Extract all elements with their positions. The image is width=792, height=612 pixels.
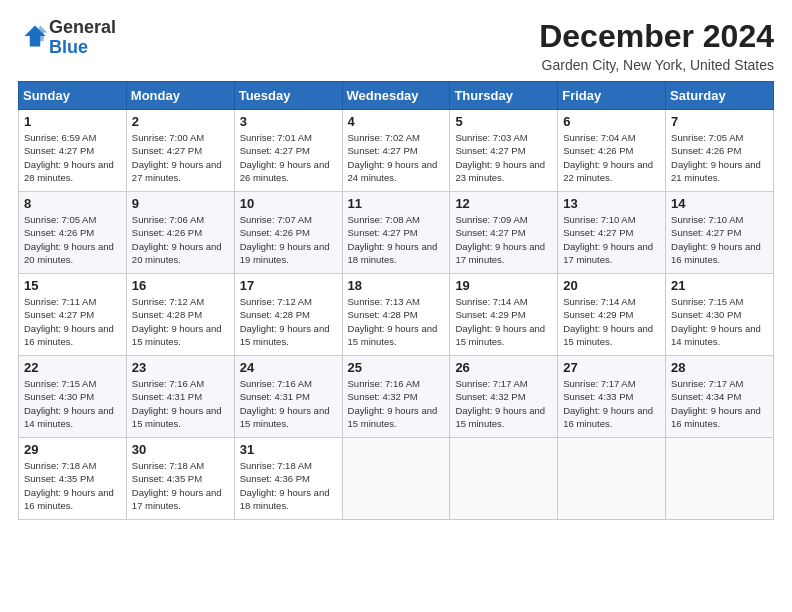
calendar-cell: 2Sunrise: 7:00 AMSunset: 4:27 PMDaylight… — [126, 110, 234, 192]
day-number: 16 — [132, 278, 229, 293]
calendar-cell: 18Sunrise: 7:13 AMSunset: 4:28 PMDayligh… — [342, 274, 450, 356]
calendar-cell: 10Sunrise: 7:07 AMSunset: 4:26 PMDayligh… — [234, 192, 342, 274]
day-number: 11 — [348, 196, 445, 211]
calendar-week-5: 29Sunrise: 7:18 AMSunset: 4:35 PMDayligh… — [19, 438, 774, 520]
calendar-cell — [666, 438, 774, 520]
calendar-week-1: 1Sunrise: 6:59 AMSunset: 4:27 PMDaylight… — [19, 110, 774, 192]
day-info: Sunrise: 7:18 AMSunset: 4:36 PMDaylight:… — [240, 459, 337, 512]
calendar-cell: 13Sunrise: 7:10 AMSunset: 4:27 PMDayligh… — [558, 192, 666, 274]
day-number: 12 — [455, 196, 552, 211]
weekday-header-tuesday: Tuesday — [234, 82, 342, 110]
calendar-cell: 27Sunrise: 7:17 AMSunset: 4:33 PMDayligh… — [558, 356, 666, 438]
calendar-cell — [450, 438, 558, 520]
day-number: 29 — [24, 442, 121, 457]
calendar-cell: 8Sunrise: 7:05 AMSunset: 4:26 PMDaylight… — [19, 192, 127, 274]
day-number: 25 — [348, 360, 445, 375]
logo: General Blue — [18, 18, 116, 58]
day-info: Sunrise: 7:14 AMSunset: 4:29 PMDaylight:… — [563, 295, 660, 348]
day-number: 30 — [132, 442, 229, 457]
day-info: Sunrise: 7:05 AMSunset: 4:26 PMDaylight:… — [671, 131, 768, 184]
calendar-cell: 9Sunrise: 7:06 AMSunset: 4:26 PMDaylight… — [126, 192, 234, 274]
page: General Blue December 2024 Garden City, … — [0, 0, 792, 612]
calendar-cell: 1Sunrise: 6:59 AMSunset: 4:27 PMDaylight… — [19, 110, 127, 192]
page-subtitle: Garden City, New York, United States — [539, 57, 774, 73]
day-number: 3 — [240, 114, 337, 129]
day-number: 9 — [132, 196, 229, 211]
day-info: Sunrise: 7:18 AMSunset: 4:35 PMDaylight:… — [24, 459, 121, 512]
weekday-header-monday: Monday — [126, 82, 234, 110]
calendar-cell: 16Sunrise: 7:12 AMSunset: 4:28 PMDayligh… — [126, 274, 234, 356]
logo-icon — [21, 22, 49, 50]
day-number: 21 — [671, 278, 768, 293]
day-number: 22 — [24, 360, 121, 375]
day-info: Sunrise: 7:17 AMSunset: 4:33 PMDaylight:… — [563, 377, 660, 430]
calendar-table: SundayMondayTuesdayWednesdayThursdayFrid… — [18, 81, 774, 520]
day-info: Sunrise: 7:05 AMSunset: 4:26 PMDaylight:… — [24, 213, 121, 266]
day-number: 27 — [563, 360, 660, 375]
weekday-header-saturday: Saturday — [666, 82, 774, 110]
calendar-cell: 21Sunrise: 7:15 AMSunset: 4:30 PMDayligh… — [666, 274, 774, 356]
calendar-cell: 23Sunrise: 7:16 AMSunset: 4:31 PMDayligh… — [126, 356, 234, 438]
day-info: Sunrise: 7:06 AMSunset: 4:26 PMDaylight:… — [132, 213, 229, 266]
calendar-cell: 24Sunrise: 7:16 AMSunset: 4:31 PMDayligh… — [234, 356, 342, 438]
day-number: 4 — [348, 114, 445, 129]
calendar-cell: 25Sunrise: 7:16 AMSunset: 4:32 PMDayligh… — [342, 356, 450, 438]
weekday-header-thursday: Thursday — [450, 82, 558, 110]
day-number: 7 — [671, 114, 768, 129]
day-info: Sunrise: 7:15 AMSunset: 4:30 PMDaylight:… — [671, 295, 768, 348]
calendar-cell: 3Sunrise: 7:01 AMSunset: 4:27 PMDaylight… — [234, 110, 342, 192]
calendar-cell: 12Sunrise: 7:09 AMSunset: 4:27 PMDayligh… — [450, 192, 558, 274]
day-number: 13 — [563, 196, 660, 211]
weekday-header-sunday: Sunday — [19, 82, 127, 110]
day-info: Sunrise: 7:12 AMSunset: 4:28 PMDaylight:… — [132, 295, 229, 348]
calendar-cell — [558, 438, 666, 520]
calendar-cell: 4Sunrise: 7:02 AMSunset: 4:27 PMDaylight… — [342, 110, 450, 192]
day-number: 20 — [563, 278, 660, 293]
day-number: 19 — [455, 278, 552, 293]
calendar-cell — [342, 438, 450, 520]
calendar-cell: 17Sunrise: 7:12 AMSunset: 4:28 PMDayligh… — [234, 274, 342, 356]
calendar-cell: 15Sunrise: 7:11 AMSunset: 4:27 PMDayligh… — [19, 274, 127, 356]
day-info: Sunrise: 7:11 AMSunset: 4:27 PMDaylight:… — [24, 295, 121, 348]
day-number: 31 — [240, 442, 337, 457]
calendar-week-3: 15Sunrise: 7:11 AMSunset: 4:27 PMDayligh… — [19, 274, 774, 356]
day-number: 6 — [563, 114, 660, 129]
calendar-cell: 11Sunrise: 7:08 AMSunset: 4:27 PMDayligh… — [342, 192, 450, 274]
title-block: December 2024 Garden City, New York, Uni… — [539, 18, 774, 73]
calendar-cell: 19Sunrise: 7:14 AMSunset: 4:29 PMDayligh… — [450, 274, 558, 356]
day-info: Sunrise: 7:15 AMSunset: 4:30 PMDaylight:… — [24, 377, 121, 430]
page-title: December 2024 — [539, 18, 774, 55]
weekday-header-wednesday: Wednesday — [342, 82, 450, 110]
calendar-cell: 31Sunrise: 7:18 AMSunset: 4:36 PMDayligh… — [234, 438, 342, 520]
day-info: Sunrise: 7:17 AMSunset: 4:32 PMDaylight:… — [455, 377, 552, 430]
day-info: Sunrise: 7:13 AMSunset: 4:28 PMDaylight:… — [348, 295, 445, 348]
day-info: Sunrise: 7:10 AMSunset: 4:27 PMDaylight:… — [563, 213, 660, 266]
day-info: Sunrise: 7:00 AMSunset: 4:27 PMDaylight:… — [132, 131, 229, 184]
day-info: Sunrise: 7:16 AMSunset: 4:31 PMDaylight:… — [132, 377, 229, 430]
calendar-cell: 30Sunrise: 7:18 AMSunset: 4:35 PMDayligh… — [126, 438, 234, 520]
calendar-week-2: 8Sunrise: 7:05 AMSunset: 4:26 PMDaylight… — [19, 192, 774, 274]
day-number: 24 — [240, 360, 337, 375]
day-info: Sunrise: 7:03 AMSunset: 4:27 PMDaylight:… — [455, 131, 552, 184]
day-info: Sunrise: 7:08 AMSunset: 4:27 PMDaylight:… — [348, 213, 445, 266]
calendar-cell: 29Sunrise: 7:18 AMSunset: 4:35 PMDayligh… — [19, 438, 127, 520]
day-number: 26 — [455, 360, 552, 375]
day-info: Sunrise: 7:18 AMSunset: 4:35 PMDaylight:… — [132, 459, 229, 512]
day-info: Sunrise: 6:59 AMSunset: 4:27 PMDaylight:… — [24, 131, 121, 184]
calendar-header-row: SundayMondayTuesdayWednesdayThursdayFrid… — [19, 82, 774, 110]
day-info: Sunrise: 7:01 AMSunset: 4:27 PMDaylight:… — [240, 131, 337, 184]
calendar-cell: 6Sunrise: 7:04 AMSunset: 4:26 PMDaylight… — [558, 110, 666, 192]
logo-blue-text: Blue — [49, 37, 88, 57]
calendar-cell: 7Sunrise: 7:05 AMSunset: 4:26 PMDaylight… — [666, 110, 774, 192]
day-number: 18 — [348, 278, 445, 293]
calendar-cell: 22Sunrise: 7:15 AMSunset: 4:30 PMDayligh… — [19, 356, 127, 438]
calendar-week-4: 22Sunrise: 7:15 AMSunset: 4:30 PMDayligh… — [19, 356, 774, 438]
header: General Blue December 2024 Garden City, … — [18, 18, 774, 73]
day-info: Sunrise: 7:17 AMSunset: 4:34 PMDaylight:… — [671, 377, 768, 430]
calendar-cell: 28Sunrise: 7:17 AMSunset: 4:34 PMDayligh… — [666, 356, 774, 438]
day-number: 23 — [132, 360, 229, 375]
day-info: Sunrise: 7:16 AMSunset: 4:31 PMDaylight:… — [240, 377, 337, 430]
day-info: Sunrise: 7:12 AMSunset: 4:28 PMDaylight:… — [240, 295, 337, 348]
calendar-cell: 20Sunrise: 7:14 AMSunset: 4:29 PMDayligh… — [558, 274, 666, 356]
day-info: Sunrise: 7:04 AMSunset: 4:26 PMDaylight:… — [563, 131, 660, 184]
